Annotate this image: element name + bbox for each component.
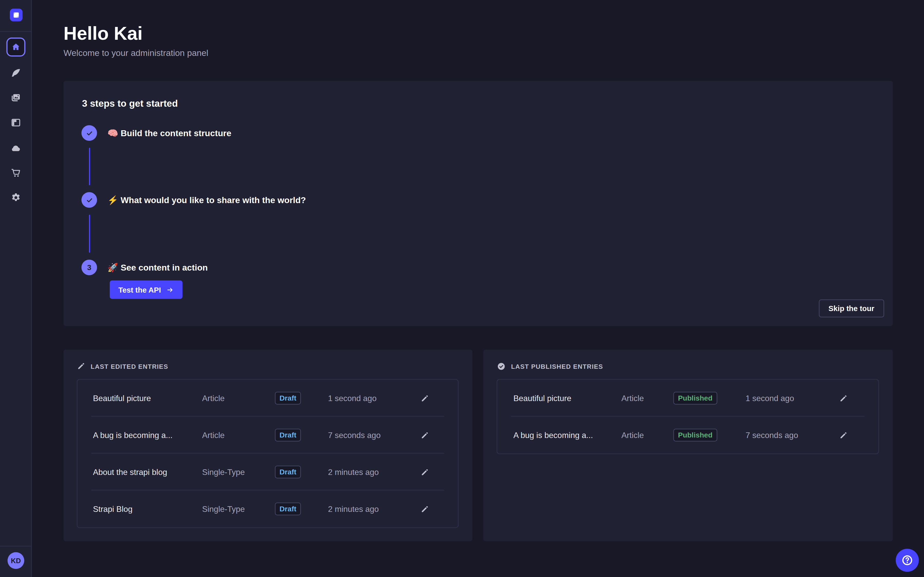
pencil-icon (420, 394, 429, 403)
sidebar-item-content-type-builder[interactable] (11, 117, 21, 128)
pencil-icon (839, 431, 848, 440)
entry-kind: Article (202, 394, 275, 403)
edit-entry-button[interactable] (838, 430, 848, 440)
cart-icon (11, 168, 21, 179)
entry-kind: Single-Type (202, 467, 275, 477)
edit-entry-button[interactable] (419, 393, 430, 403)
edit-entry-button[interactable] (419, 467, 430, 477)
entry-time: 1 second ago (746, 394, 838, 403)
last-published-title: LAST PUBLISHED ENTRIES (511, 363, 603, 370)
entry-kind: Article (621, 430, 674, 440)
table-row[interactable]: A bug is becoming a... Article Draft 7 s… (78, 417, 458, 454)
table-row[interactable]: About the strapi blog Single-Type Draft … (78, 454, 458, 491)
user-avatar[interactable]: KD (7, 552, 24, 569)
arrow-right-icon (166, 286, 173, 293)
entry-time: 7 seconds ago (746, 430, 838, 440)
table-row[interactable]: A bug is becoming a... Article Published… (497, 417, 878, 454)
test-api-label: Test the API (118, 285, 161, 294)
last-published-header: LAST PUBLISHED ENTRIES (497, 362, 603, 371)
avatar-initials: KD (11, 556, 21, 565)
table-row[interactable]: Beautiful picture Article Published 1 se… (497, 380, 878, 417)
step-2-done-icon (81, 192, 97, 208)
edit-entry-button[interactable] (838, 393, 848, 403)
sidebar-divider (0, 546, 31, 546)
step-connector (89, 214, 90, 253)
sidebar: KD (0, 0, 32, 577)
entry-time: 1 second ago (328, 394, 419, 403)
sidebar-item-home[interactable] (6, 37, 26, 56)
entry-title: Strapi Blog (93, 504, 202, 514)
entry-kind: Article (621, 394, 674, 403)
tour-title: 3 steps to get started (82, 98, 178, 109)
entry-title: Beautiful picture (513, 394, 621, 403)
entry-time: 2 minutes ago (328, 504, 419, 514)
sidebar-item-content-manager[interactable] (11, 68, 21, 79)
skip-tour-button[interactable]: Skip the tour (819, 300, 884, 318)
check-circle-icon (497, 362, 506, 371)
pencil-icon (839, 394, 848, 403)
step-2-label: ⚡ What would you like to share with the … (108, 192, 306, 208)
table-row[interactable]: Strapi Blog Single-Type Draft 2 minutes … (78, 491, 458, 527)
sidebar-item-marketplace[interactable] (11, 168, 21, 179)
status-badge: Published (674, 392, 717, 405)
entry-title: A bug is becoming a... (93, 430, 202, 440)
feather-icon (11, 68, 21, 79)
question-icon (901, 554, 914, 567)
status-badge: Draft (275, 466, 301, 479)
help-button[interactable] (896, 549, 919, 572)
entry-title: About the strapi blog (93, 467, 202, 477)
entry-title: Beautiful picture (93, 394, 202, 403)
sidebar-divider (0, 31, 31, 32)
cloud-icon (11, 142, 21, 154)
table-row[interactable]: Beautiful picture Article Draft 1 second… (78, 380, 458, 417)
strapi-logo-icon (11, 10, 21, 20)
step-3-number: 3 (87, 263, 91, 272)
entry-title: A bug is becoming a... (513, 430, 621, 440)
pencil-icon (420, 468, 429, 477)
status-badge: Published (674, 429, 717, 442)
last-edited-header: LAST EDITED ENTRIES (77, 362, 168, 371)
step-connector (89, 148, 90, 185)
step-1-label: 🧠 Build the content structure (108, 125, 231, 141)
media-library-icon (11, 92, 21, 103)
status-badge: Draft (275, 429, 301, 442)
page-title: Hello Kai (64, 23, 143, 44)
pencil-icon (420, 504, 429, 513)
entry-kind: Single-Type (202, 504, 275, 514)
test-api-button[interactable]: Test the API (110, 280, 183, 299)
pencil-icon (420, 431, 429, 440)
home-icon (11, 42, 21, 52)
strapi-logo[interactable] (10, 9, 23, 21)
edit-entry-button[interactable] (419, 430, 430, 440)
admin-dashboard: KD Hello Kai Welcome to your administrat… (0, 0, 924, 577)
last-published-table: Beautiful picture Article Published 1 se… (497, 379, 879, 454)
last-edited-title: LAST EDITED ENTRIES (90, 363, 168, 369)
last-edited-panel: LAST EDITED ENTRIES Beautiful picture Ar… (64, 350, 473, 542)
status-badge: Draft (275, 392, 301, 405)
getting-started-card: 3 steps to get started 🧠 Build the conte… (64, 81, 893, 326)
gear-icon (11, 192, 21, 203)
last-published-panel: LAST PUBLISHED ENTRIES Beautiful picture… (483, 350, 893, 542)
last-edited-table: Beautiful picture Article Draft 1 second… (77, 379, 459, 528)
sidebar-item-settings[interactable] (11, 192, 21, 203)
layout-icon (11, 117, 21, 128)
check-icon (85, 196, 94, 204)
entry-time: 7 seconds ago (328, 430, 419, 440)
edit-entry-button[interactable] (419, 504, 430, 514)
status-badge: Draft (275, 503, 301, 516)
entry-time: 2 minutes ago (328, 467, 419, 477)
pencil-icon (77, 362, 86, 371)
step-1-done-icon (81, 125, 97, 141)
step-3-label: 🚀 See content in action (108, 260, 208, 276)
page-subtitle: Welcome to your administration panel (64, 48, 208, 58)
entry-kind: Article (202, 430, 275, 440)
check-icon (85, 129, 94, 137)
sidebar-item-cloud[interactable] (11, 143, 21, 154)
sidebar-item-media-library[interactable] (11, 92, 21, 103)
step-3-number-badge: 3 (81, 260, 97, 276)
